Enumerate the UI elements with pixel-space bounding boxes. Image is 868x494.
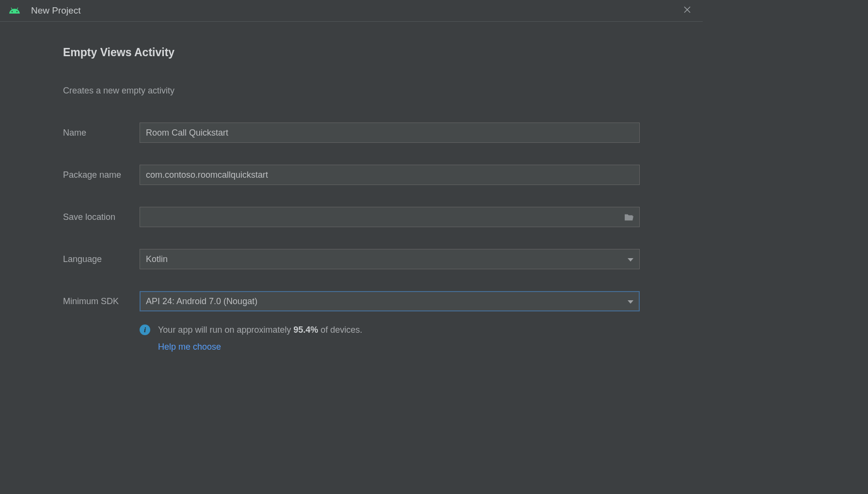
save-location-input[interactable] <box>140 207 640 227</box>
name-label: Name <box>63 128 140 138</box>
save-location-label: Save location <box>63 212 140 222</box>
coverage-suffix: of devices. <box>318 325 363 335</box>
chevron-down-icon <box>628 296 633 307</box>
language-select-value: Kotlin <box>146 254 168 264</box>
language-label: Language <box>63 254 140 264</box>
minimum-sdk-value: API 24: Android 7.0 (Nougat) <box>146 296 257 307</box>
titlebar: New Project <box>0 0 703 22</box>
page-heading: Empty Views Activity <box>63 46 640 59</box>
dialog-title: New Project <box>31 5 80 16</box>
package-input-value: com.contoso.roomcallquickstart <box>146 170 268 180</box>
android-icon <box>9 5 20 16</box>
info-icon: i <box>140 324 150 335</box>
chevron-down-icon <box>628 254 633 264</box>
minimum-sdk-label: Minimum SDK <box>63 296 140 307</box>
folder-open-icon <box>624 213 634 221</box>
device-coverage-text: Your app will run on approximately 95.4%… <box>158 324 363 337</box>
close-icon <box>683 6 691 14</box>
name-input-value: Room Call Quickstart <box>146 128 228 138</box>
package-input[interactable]: com.contoso.roomcallquickstart <box>140 165 640 185</box>
name-input[interactable]: Room Call Quickstart <box>140 123 640 143</box>
page-description: Creates a new empty activity <box>63 86 640 96</box>
language-select[interactable]: Kotlin <box>140 249 640 269</box>
help-me-choose-link[interactable]: Help me choose <box>158 340 221 354</box>
coverage-prefix: Your app will run on approximately <box>158 325 294 335</box>
close-button[interactable] <box>683 6 693 15</box>
browse-folder-button[interactable] <box>624 213 634 221</box>
package-label: Package name <box>63 170 140 180</box>
minimum-sdk-select[interactable]: API 24: Android 7.0 (Nougat) <box>140 291 640 311</box>
coverage-percent: 95.4% <box>294 325 318 335</box>
